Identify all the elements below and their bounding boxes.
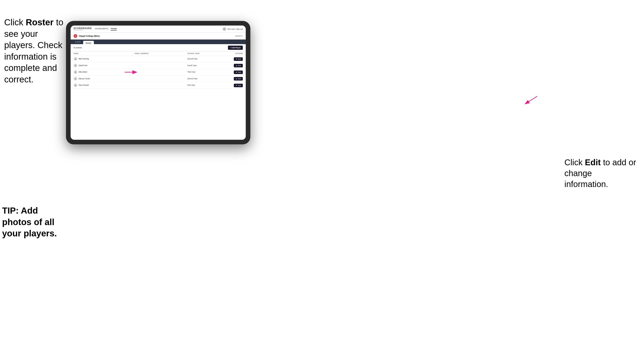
- tab-roster[interactable]: Roster: [83, 41, 94, 44]
- table-row: Piers Parnell First Year Edit: [70, 82, 246, 89]
- player-email: [132, 82, 184, 89]
- players-label: PLAYERS: [74, 47, 82, 49]
- team-header: C Clippd College (Men) Cancel ✕: [70, 33, 246, 39]
- tabs-bar: Details Roster: [70, 39, 246, 44]
- player-school-year: First Year: [184, 82, 219, 89]
- players-section-header: PLAYERS + Add Player: [70, 44, 246, 51]
- tip-annotation: TIP: Add photos of all your players.: [2, 205, 69, 239]
- edit-arrow: [518, 94, 539, 107]
- table-row: Elliot Ebert Third Year Edit: [70, 69, 246, 76]
- svg-line-3: [526, 96, 537, 104]
- player-school-year: Second Year: [184, 56, 219, 62]
- player-name: Piers Parnell: [78, 84, 88, 86]
- player-email: [132, 75, 184, 82]
- player-name-cell: Piers Parnell: [74, 83, 129, 87]
- player-name-cell: David Ford: [74, 64, 129, 67]
- player-name-cell: Blair McHarg: [74, 57, 129, 61]
- edit-button[interactable]: Edit: [234, 70, 243, 74]
- player-name: Elliot Ebert: [78, 71, 87, 73]
- edit-icon: [236, 71, 237, 73]
- player-avatar: [74, 70, 77, 74]
- edit-icon: [236, 58, 237, 60]
- header-right: Test User | Sign out: [223, 27, 243, 31]
- nav-teams[interactable]: TEAMS: [110, 27, 117, 30]
- player-actions: Edit: [220, 62, 246, 69]
- edit-icon: [236, 65, 237, 66]
- right-annotation: Click Edit to add or change information.: [564, 157, 638, 189]
- person-icon: [74, 71, 77, 73]
- player-school-year: Fourth Year: [184, 62, 219, 69]
- edit-icon: [236, 78, 237, 80]
- team-title-area: C Clippd College (Men): [74, 34, 100, 38]
- table-row: David Ford Fourth Year Edit: [70, 62, 246, 69]
- player-name-cell: Elliot Ebert: [74, 70, 129, 74]
- cancel-button[interactable]: Cancel ✕: [235, 35, 243, 37]
- team-logo-circle: C: [74, 34, 77, 38]
- scoreboard-logo: SCOREBOARD Powered by clippi: [74, 27, 92, 31]
- player-email: [132, 56, 184, 62]
- player-avatar: [74, 77, 77, 81]
- player-actions: Edit: [220, 82, 246, 89]
- edit-button[interactable]: Edit: [234, 77, 243, 81]
- players-table-container: NAME EMAIL ADDRESS SCHOOL YEAR ACTIONS: [70, 51, 246, 140]
- person-icon: [74, 84, 77, 86]
- app-header: SCOREBOARD Powered by clippi TOURNAMENTS…: [70, 25, 246, 33]
- player-avatar: [74, 64, 77, 67]
- annotation-text: Click Roster to see your players. Check …: [4, 17, 63, 84]
- player-name: David Ford: [78, 64, 87, 66]
- table-row: Blair McHarg Second Year Edit: [70, 56, 246, 62]
- user-text[interactable]: Test User | Sign out: [227, 28, 243, 30]
- player-actions: Edit: [220, 69, 246, 76]
- left-annotation: Click Roster to see your players. Check …: [4, 17, 67, 85]
- edit-button[interactable]: Edit: [234, 84, 243, 87]
- roster-arrow: [122, 67, 139, 77]
- nav-links: TOURNAMENTS TEAMS: [95, 27, 117, 30]
- tablet-frame: SCOREBOARD Powered by clippi TOURNAMENTS…: [66, 21, 250, 144]
- header-left: SCOREBOARD Powered by clippi TOURNAMENTS…: [74, 27, 117, 31]
- player-actions: Edit: [220, 75, 246, 82]
- player-name: Marcus Turner: [78, 78, 90, 80]
- person-icon: [74, 64, 77, 66]
- player-avatar: [74, 57, 77, 61]
- add-player-button[interactable]: + Add Player: [228, 46, 243, 50]
- players-table: NAME EMAIL ADDRESS SCHOOL YEAR ACTIONS: [70, 51, 246, 89]
- players-tbody: Blair McHarg Second Year Edit: [70, 56, 246, 89]
- table-head: NAME EMAIL ADDRESS SCHOOL YEAR ACTIONS: [70, 51, 246, 56]
- col-school-year: SCHOOL YEAR: [184, 51, 219, 56]
- player-school-year: Second Year: [184, 75, 219, 82]
- player-school-year: Third Year: [184, 69, 219, 76]
- edit-icon: [236, 85, 237, 86]
- user-avatar-icon: [223, 27, 226, 31]
- player-name-cell: Marcus Turner: [74, 77, 129, 81]
- player-avatar: [74, 83, 77, 87]
- team-name: Clippd College (Men): [79, 35, 100, 37]
- player-email: [132, 62, 184, 69]
- player-name: Blair McHarg: [78, 58, 89, 60]
- player-actions: Edit: [220, 56, 246, 62]
- table-row: Marcus Turner Second Year Edit: [70, 75, 246, 82]
- nav-tournaments[interactable]: TOURNAMENTS: [95, 27, 108, 30]
- logo-text: SCOREBOARD: [74, 27, 92, 29]
- edit-button[interactable]: Edit: [234, 64, 243, 67]
- logo-subtext: Powered by clippi: [74, 29, 92, 31]
- col-name: NAME: [70, 51, 132, 56]
- person-icon: [74, 58, 77, 60]
- edit-button[interactable]: Edit: [234, 57, 243, 61]
- person-icon: [74, 77, 77, 80]
- col-actions: ACTIONS: [220, 51, 246, 56]
- tablet-screen: SCOREBOARD Powered by clippi TOURNAMENTS…: [70, 25, 246, 140]
- player-email: [132, 69, 184, 76]
- col-email: EMAIL ADDRESS: [132, 51, 184, 56]
- tab-details[interactable]: Details: [73, 39, 83, 44]
